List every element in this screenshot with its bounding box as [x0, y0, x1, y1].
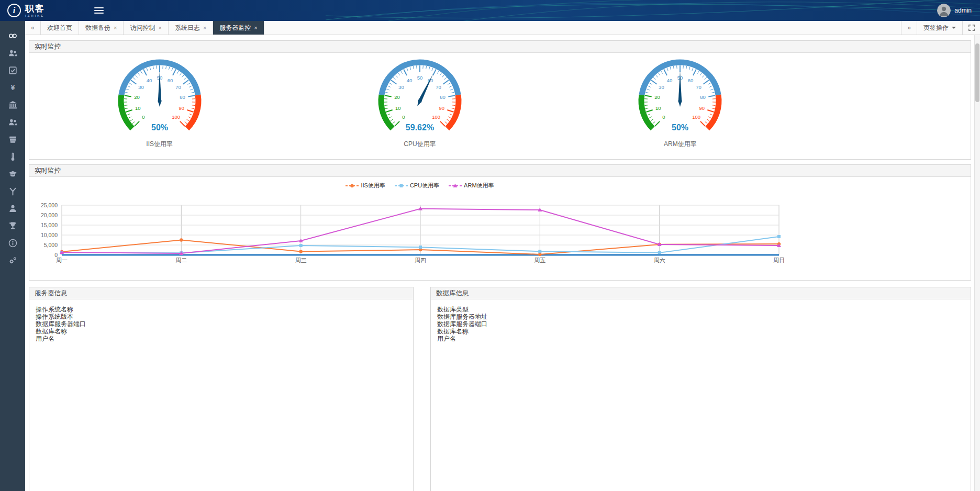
- svg-text:70: 70: [436, 84, 441, 90]
- svg-text:100: 100: [692, 114, 700, 120]
- link-icon: [8, 31, 17, 42]
- info-item: 用户名: [36, 335, 407, 342]
- svg-text:20: 20: [134, 94, 140, 100]
- tab-bar: « 欢迎首页数据备份×访问控制×系统日志×服务器监控× » 页签操作: [25, 21, 980, 35]
- gauge-IIS使用率: 010203040506070809010050%IIS使用率: [29, 55, 289, 149]
- app-logo[interactable]: i 职客 IZHIKE: [0, 4, 88, 17]
- sidebar-item-info[interactable]: [0, 236, 25, 253]
- logo-initial: i: [13, 6, 15, 15]
- svg-text:100: 100: [432, 114, 440, 120]
- info-item: 操作系统名称: [36, 306, 407, 313]
- svg-text:10: 10: [655, 105, 661, 111]
- svg-text:80: 80: [440, 94, 446, 100]
- tabs: 欢迎首页数据备份×访问控制×系统日志×服务器监控×: [41, 21, 264, 35]
- thermometer-icon: [8, 152, 17, 163]
- tab-系统日志[interactable]: 系统日志×: [169, 21, 213, 35]
- scrollbar[interactable]: [974, 35, 980, 491]
- svg-text:90: 90: [179, 105, 184, 111]
- db-info-panel: 数据库信息 数据库类型数据库服务器地址数据库服务器端口数据库名称用户名: [430, 287, 971, 491]
- info-item: 数据库类型: [437, 306, 964, 313]
- svg-text:周日: 周日: [773, 257, 785, 263]
- svg-text:周五: 周五: [534, 257, 545, 263]
- tab-label: 数据备份: [85, 24, 110, 32]
- svg-text:15,000: 15,000: [41, 222, 58, 228]
- sidebar-item-check-square[interactable]: [0, 63, 25, 80]
- svg-text:周二: 周二: [175, 257, 187, 263]
- sidebar-item-users[interactable]: [0, 46, 25, 63]
- sidebar-item-thermometer[interactable]: [0, 149, 25, 166]
- svg-text:25,000: 25,000: [41, 202, 58, 208]
- users-icon: [8, 49, 17, 60]
- svg-text:60: 60: [688, 77, 694, 83]
- svg-text:周六: 周六: [654, 257, 665, 263]
- bank-icon: [8, 101, 17, 111]
- tab-close-icon[interactable]: ×: [203, 25, 206, 31]
- sidebar-item-team[interactable]: [0, 115, 25, 132]
- bottom-row: 服务器信息 操作系统名称操作系统版本数据库服务器端口数据库名称用户名 数据库信息…: [29, 287, 971, 491]
- svg-text:20: 20: [394, 94, 400, 100]
- legend-label: IIS使用率: [361, 182, 385, 189]
- tab-close-icon[interactable]: ×: [158, 25, 161, 31]
- tab-访问控制[interactable]: 访问控制×: [124, 21, 168, 35]
- legend-label: ARM使用率: [464, 182, 494, 189]
- scrollbar-thumb[interactable]: [975, 43, 979, 102]
- svg-text:0: 0: [402, 114, 405, 120]
- graduation-cap-icon: [8, 170, 17, 181]
- server-info-panel: 服务器信息 操作系统名称操作系统版本数据库服务器端口数据库名称用户名: [29, 287, 414, 491]
- tabbar-spacer: [264, 21, 901, 35]
- gauge-title: IIS使用率: [146, 140, 173, 149]
- svg-text:60: 60: [167, 77, 173, 83]
- sidebar-item-gears[interactable]: [0, 253, 25, 270]
- info-item: 操作系统版本: [36, 313, 407, 320]
- sidebar-item-trophy[interactable]: [0, 218, 25, 236]
- svg-text:周三: 周三: [295, 257, 307, 263]
- caret-down-icon: [952, 27, 956, 29]
- legend-item-ARM使用率[interactable]: ARM使用率: [449, 182, 494, 189]
- db-info-list: 数据库类型数据库服务器地址数据库服务器端口数据库名称用户名: [431, 299, 971, 349]
- svg-text:80: 80: [180, 94, 185, 100]
- sidebar-item-sitemap[interactable]: [0, 184, 25, 201]
- tab-数据备份[interactable]: 数据备份×: [79, 21, 124, 35]
- tab-operations-dropdown[interactable]: 页签操作: [917, 21, 962, 35]
- svg-text:70: 70: [175, 84, 181, 90]
- tab-欢迎首页[interactable]: 欢迎首页: [41, 21, 79, 35]
- topbar-decoration: [326, 0, 980, 21]
- svg-text:50%: 50%: [672, 123, 688, 132]
- tab-close-icon[interactable]: ×: [114, 25, 117, 31]
- tab-label: 服务器监控: [219, 24, 251, 32]
- legend-item-CPU使用率[interactable]: CPU使用率: [395, 182, 439, 189]
- sidebar-item-archive[interactable]: [0, 132, 25, 149]
- tab-服务器监控[interactable]: 服务器监控×: [213, 21, 264, 35]
- user-icon: [8, 204, 17, 215]
- menu-toggle-icon[interactable]: [94, 7, 104, 14]
- svg-text:5,000: 5,000: [44, 242, 58, 248]
- tab-close-icon[interactable]: ×: [254, 25, 257, 31]
- tabs-scroll-right-button[interactable]: »: [901, 21, 917, 35]
- svg-text:0: 0: [142, 114, 144, 120]
- sidebar-item-link[interactable]: [0, 28, 25, 46]
- svg-text:80: 80: [700, 94, 706, 100]
- realtime-gauge-panel: 实时监控 010203040506070809010050%IIS使用率0102…: [29, 40, 971, 160]
- check-square-icon: [8, 66, 17, 77]
- tabs-scroll-left-button[interactable]: «: [25, 21, 41, 35]
- topbar: i 职客 IZHIKE admin: [0, 0, 980, 21]
- sidebar-item-yen[interactable]: ¥: [0, 80, 25, 97]
- tab-label: 系统日志: [175, 24, 200, 32]
- svg-text:50: 50: [417, 75, 423, 81]
- svg-text:40: 40: [667, 77, 673, 83]
- logo-text: 职客: [25, 4, 45, 13]
- svg-text:20,000: 20,000: [41, 212, 58, 218]
- panel-title: 服务器信息: [29, 287, 413, 299]
- sidebar-item-bank[interactable]: [0, 97, 25, 115]
- sidebar-item-graduation-cap[interactable]: [0, 166, 25, 184]
- svg-text:¥: ¥: [10, 83, 15, 92]
- svg-text:50%: 50%: [151, 123, 168, 132]
- svg-text:周四: 周四: [415, 257, 426, 263]
- svg-text:10: 10: [395, 105, 401, 111]
- team-icon: [8, 118, 17, 129]
- user-menu[interactable]: admin: [937, 4, 980, 17]
- svg-text:70: 70: [696, 84, 702, 90]
- fullscreen-icon[interactable]: [962, 21, 980, 35]
- sidebar-item-user[interactable]: [0, 201, 25, 218]
- legend-item-IIS使用率[interactable]: IIS使用率: [346, 182, 385, 189]
